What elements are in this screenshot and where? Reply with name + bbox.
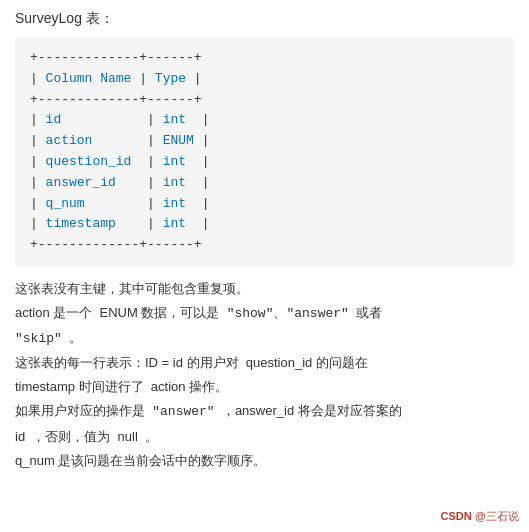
table-border-header: +-------------+------+ <box>30 90 499 111</box>
page-title: SurveyLog 表： <box>15 10 514 28</box>
table-border-bottom: +-------------+------+ <box>30 235 499 256</box>
desc-line-5: timestamp 时间进行了 action 操作。 <box>15 376 514 398</box>
desc-line-7: id ，否则，值为 null 。 <box>15 426 514 448</box>
desc-line-6: 如果用户对应的操作是 "answer" ，answer_id 将会是对应答案的 <box>15 400 514 423</box>
table-row: | answer_id | int | <box>30 173 499 194</box>
table-row: | id | int | <box>30 110 499 131</box>
table-border-top: +-------------+------+ <box>30 48 499 69</box>
footer-author: @三石说 <box>475 510 519 522</box>
footer-brand: CSDN <box>441 510 472 522</box>
desc-line-8: q_num 是该问题在当前会话中的数字顺序。 <box>15 450 514 472</box>
table-row: | timestamp | int | <box>30 214 499 235</box>
table-row: | action | ENUM | <box>30 131 499 152</box>
description-block: 这张表没有主键，其中可能包含重复项。 action 是一个 ENUM 数据，可以… <box>15 278 514 472</box>
desc-line-3: "skip" 。 <box>15 327 514 350</box>
footer: CSDN @三石说 <box>441 509 519 524</box>
desc-line-1: 这张表没有主键，其中可能包含重复项。 <box>15 278 514 300</box>
table-row: | question_id | int | <box>30 152 499 173</box>
table-header: | Column Name | Type | <box>30 69 499 90</box>
desc-line-4: 这张表的每一行表示：ID = id 的用户对 question_id 的问题在 <box>15 352 514 374</box>
table-row: | q_num | int | <box>30 194 499 215</box>
desc-line-2: action 是一个 ENUM 数据，可以是 "show"、"answer" 或… <box>15 302 514 325</box>
table-container: +-------------+------+ | Column Name | T… <box>15 38 514 266</box>
